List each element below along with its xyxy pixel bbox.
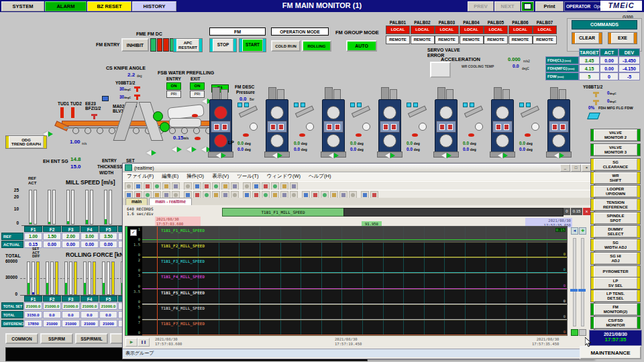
palb-local-indicator[interactable]: LOCAL — [508, 25, 533, 34]
right-button-valve[interactable]: VALVEMONITOR 3 — [590, 143, 641, 156]
right-button-dummy[interactable]: DUMMYSELECT — [590, 225, 641, 238]
right-button-sg-hi[interactable]: SG HIADJ — [590, 252, 641, 265]
palb-remote-indicator[interactable]: REMOTE — [533, 36, 557, 44]
tab-main[interactable]: main — [125, 198, 148, 205]
rf-set-track — [83, 261, 87, 295]
right-button-lp-tens-[interactable]: LP TENS.DET.SEL — [590, 290, 641, 302]
pan-icon[interactable]: ◄ — [571, 227, 578, 235]
toolbar-icon[interactable] — [184, 182, 192, 190]
trend-chart[interactable]: ✓10T1B1_F1_MILL_SPEED0.151.50T1B1_F2_MIL… — [125, 226, 568, 336]
rolling-button[interactable]: ROLLING — [302, 40, 331, 52]
palb-local-indicator[interactable]: LOCAL — [411, 25, 435, 34]
palb-local-indicator[interactable]: LOCAL — [460, 25, 484, 34]
fsb-exit-pri-button[interactable]: PRI — [190, 90, 205, 98]
fsb-entry-pri-button[interactable]: PRI — [166, 90, 181, 98]
exe-button[interactable]: EXE — [608, 32, 637, 44]
palb-remote-indicator[interactable]: REMOTE — [411, 36, 435, 44]
menu-item[interactable]: 編集(E) — [162, 173, 178, 180]
menu-item[interactable]: 操作(O) — [186, 173, 204, 180]
right-button-fm[interactable]: FMMONITOR(2) — [590, 303, 641, 316]
apc-restart-button[interactable]: APCRESTART — [173, 38, 203, 52]
menu-item[interactable]: ウィンドウ(W) — [267, 173, 301, 180]
bottom-button-SSP/RM[interactable]: SSP/RM — [40, 333, 73, 344]
scroll-hold-icon[interactable] — [579, 329, 586, 336]
fsb-entry-on-button[interactable]: ON — [166, 82, 181, 90]
toolbar-icon[interactable] — [252, 182, 260, 190]
maintenance-button[interactable]: MAINTENANCE — [580, 346, 641, 359]
right-button-looper[interactable]: LOOPERUP/DOWN — [590, 185, 641, 198]
stop-button[interactable]: STOP — [209, 38, 237, 52]
screen-icon[interactable] — [521, 1, 534, 11]
maximize-icon[interactable]: □ — [571, 164, 581, 172]
clear-button[interactable]: CLEAR — [572, 32, 602, 44]
right-button-spindle[interactable]: SPINDLESPOT — [590, 212, 641, 225]
zoom-plus-icon[interactable]: ✚ — [579, 227, 586, 235]
pause-button[interactable]: ❚❚ — [138, 338, 150, 347]
toolbar-icon[interactable] — [172, 182, 180, 190]
bottom-button-SSP/RM/IL[interactable]: SSP/RM/IL — [75, 333, 108, 344]
toolbar-icon[interactable] — [153, 182, 161, 190]
cold-run-button[interactable]: COLD RUN — [271, 40, 301, 52]
toolbar-icon[interactable] — [203, 182, 211, 190]
palb-remote-indicator[interactable]: REMOTE — [386, 36, 410, 44]
prev-button[interactable]: PREV — [468, 1, 494, 11]
arrow-right-icon — [278, 153, 285, 158]
right-button-wr[interactable]: WRSHIFT — [590, 172, 641, 184]
right-button-tension[interactable]: TENSIONREFERENCE — [590, 198, 641, 211]
palb-local-indicator[interactable]: LOCAL — [435, 25, 459, 34]
palb-remote-indicator[interactable]: REMOTE — [460, 36, 484, 44]
toolbar-icon[interactable] — [271, 182, 279, 190]
toolbar-icon[interactable] — [280, 182, 288, 190]
inhibit-button[interactable]: INHIBIT — [121, 38, 149, 52]
v-slider-track[interactable] — [581, 238, 584, 326]
looper-arm — [239, 105, 258, 117]
trend-title-bar[interactable]: (realtime) _ □ × — [123, 164, 594, 172]
auto-button[interactable]: AUTO — [346, 40, 377, 52]
bottom-button-COMMON[interactable]: COMMON — [5, 333, 38, 344]
right-button-sg[interactable]: SGWIDTH ADJ — [590, 239, 641, 251]
toolbar-icon[interactable] — [125, 182, 133, 190]
menu-item[interactable]: ツール(T) — [237, 173, 258, 180]
toolbar-icon[interactable] — [262, 182, 270, 190]
toolbar-icon[interactable] — [212, 182, 220, 190]
toolbar-icon[interactable] — [162, 182, 170, 190]
time-cursor[interactable] — [157, 227, 158, 335]
toolbar-icon[interactable] — [243, 182, 251, 190]
trend-header-close-icon[interactable]: × — [583, 208, 590, 215]
print-button[interactable]: Print — [535, 1, 564, 11]
trend-signal-header[interactable]: T1B1_F1_MILL_SPEED — [222, 208, 344, 217]
toolbar-icon[interactable] — [231, 182, 239, 190]
tab-main-realtime[interactable]: main - realtime — [149, 198, 192, 205]
menu-item[interactable]: 表示(V) — [212, 173, 229, 180]
scroll-live-icon[interactable] — [571, 329, 578, 336]
fsb-exit-on-button[interactable]: ON — [190, 82, 205, 90]
odg-trend-graph-button[interactable]: ODGTREND GRAPH — [5, 135, 47, 149]
palb-remote-indicator[interactable]: REMOTE — [508, 36, 533, 44]
v-slider-track[interactable] — [573, 238, 576, 326]
start-button[interactable]: START — [239, 38, 266, 52]
slider-handle[interactable] — [570, 289, 578, 292]
right-button-sg[interactable]: SGCLEARANCE — [590, 158, 641, 171]
menu-item[interactable]: ヘルプ(H) — [309, 173, 331, 180]
work-roll-bottom — [383, 134, 396, 147]
rf-row-label: TOTAL ACT. — [1, 311, 23, 318]
right-button-lp[interactable]: LPSV SEL — [590, 277, 641, 290]
palb-local-indicator[interactable]: LOCAL — [386, 25, 410, 34]
next-button[interactable]: NEXT — [494, 1, 521, 11]
play-button[interactable]: ▶ — [125, 338, 138, 347]
toolbar-icon[interactable] — [221, 182, 229, 190]
palb-remote-indicator[interactable]: REMOTE — [484, 36, 508, 44]
menu-item[interactable]: ファイル(F) — [127, 173, 154, 180]
right-button-valve[interactable]: VALVEMONITOR 2 — [590, 129, 641, 141]
minimize-icon[interactable]: _ — [560, 164, 570, 172]
toolbar-icon[interactable] — [193, 182, 201, 190]
palb-remote-indicator[interactable]: REMOTE — [435, 36, 459, 44]
palb-local-indicator[interactable]: LOCAL — [533, 25, 557, 34]
toolbar-icon[interactable] — [134, 182, 142, 190]
right-button-cs-fsd[interactable]: CS/FSDMONITOR — [590, 316, 641, 329]
mill-stand-f4 — [377, 93, 401, 157]
slider-handle[interactable] — [578, 289, 586, 292]
toolbar-icon[interactable] — [144, 182, 152, 190]
palb-local-indicator[interactable]: LOCAL — [484, 25, 508, 34]
toolbar-icon[interactable] — [290, 182, 298, 190]
